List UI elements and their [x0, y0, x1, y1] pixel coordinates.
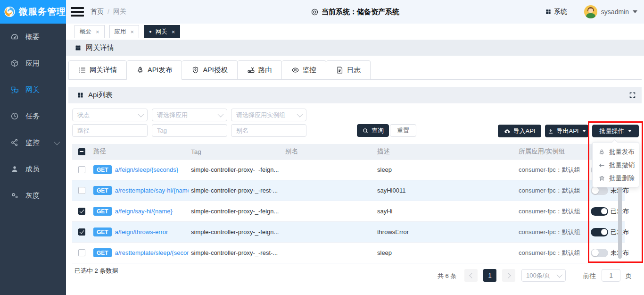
table-scrollbar[interactable]: [618, 184, 622, 259]
reset-button[interactable]: 重置: [390, 124, 416, 137]
topbar: 首页 / 网关 当前系统：储备资产系统 系统 sysadmin: [66, 0, 644, 24]
tag-cell: simple-controller-proxy-_-feign...: [189, 208, 283, 215]
table-row: GETa/feign/throws-error simple-controlle…: [72, 222, 625, 243]
tab-api-publish[interactable]: API发布: [127, 60, 182, 80]
menu-item-batch-publish[interactable]: 批量发布: [593, 145, 639, 159]
close-icon[interactable]: ×: [96, 28, 99, 35]
sidebar-item-monitor[interactable]: 监控: [0, 129, 66, 156]
method-badge: GET: [93, 207, 112, 216]
tab-label: API发布: [148, 66, 172, 75]
instance-group-select[interactable]: 请选择应用实例组: [231, 109, 306, 121]
tab-label: 日志: [347, 66, 361, 75]
tab-gateway-detail[interactable]: 网关详情: [68, 60, 127, 80]
tag-tabs: 概要 × 应用 × ● 网关 ×: [66, 24, 644, 40]
next-page-button[interactable]: [502, 269, 515, 282]
search-button[interactable]: 查询: [357, 124, 389, 137]
row-checkbox[interactable]: [78, 228, 85, 236]
sidebar-item-label: 网关: [25, 85, 40, 94]
avatar[interactable]: [584, 5, 597, 18]
reset-label: 重置: [397, 126, 409, 135]
close-icon[interactable]: ×: [172, 28, 175, 35]
publish-toggle[interactable]: [591, 207, 608, 216]
batch-actions-button[interactable]: 批量操作: [592, 125, 639, 137]
publish-toggle[interactable]: [591, 186, 608, 195]
sidebar-item-tasks[interactable]: 任务: [0, 103, 66, 129]
menu-item-label: 批量撤销: [609, 161, 635, 169]
desc-cell: sleep: [375, 166, 516, 173]
menu-item-batch-revoke[interactable]: 批量撤销: [593, 159, 639, 172]
goto-label: 前往: [583, 272, 596, 280]
tab-api-auth[interactable]: API授权: [182, 60, 237, 80]
chevron-down-icon: [297, 111, 303, 118]
alias-input[interactable]: [231, 124, 306, 137]
router-icon: [247, 66, 255, 74]
breadcrumb-home[interactable]: 首页: [91, 8, 104, 16]
app-select[interactable]: 请选择应用: [152, 109, 227, 121]
swirl-icon: [4, 4, 16, 19]
active-dot-icon: ●: [149, 29, 151, 34]
row-checkbox[interactable]: [78, 208, 85, 215]
sidebar: 微服务管理 概要 应用 网关 任务 监控 成员 灰度: [0, 0, 66, 295]
close-icon[interactable]: ×: [131, 28, 134, 35]
page-size-select[interactable]: 100条/页: [521, 269, 566, 282]
tag-input[interactable]: [152, 124, 227, 137]
caret-down-icon: [582, 130, 586, 132]
method-badge: GET: [93, 248, 112, 257]
api-list-header: Api列表: [68, 87, 642, 103]
api-path-link[interactable]: a/feign/sleep/{seconds}: [115, 166, 178, 173]
sidebar-item-gateway[interactable]: 网关: [0, 76, 66, 103]
gateway-icon: [10, 85, 19, 94]
system-menu-button[interactable]: 系统: [545, 8, 567, 16]
row-checkbox[interactable]: [78, 166, 85, 173]
sidebar-item-members[interactable]: 成员: [0, 156, 66, 182]
caret-down-icon[interactable]: [633, 10, 637, 13]
menu-item-batch-delete[interactable]: 批量删除: [593, 172, 639, 185]
status-select[interactable]: 状态: [72, 109, 148, 121]
path-input[interactable]: [72, 124, 148, 137]
username[interactable]: sysadmin: [601, 8, 629, 16]
sidebar-menu: 概要 应用 网关 任务 监控 成员 灰度: [0, 24, 66, 209]
cube-icon: [10, 59, 19, 67]
sidebar-item-apps[interactable]: 应用: [0, 50, 66, 76]
export-api-button[interactable]: 导出API: [545, 125, 588, 137]
list-icon: [78, 66, 86, 74]
desc-cell: sayHi: [375, 208, 516, 215]
row-checkbox[interactable]: [78, 249, 85, 256]
hamburger-icon[interactable]: [71, 7, 84, 17]
search-label: 查询: [372, 126, 384, 135]
table-row: GETa/resttemplate/sleep/{seconc simple-c…: [72, 243, 625, 263]
sidebar-item-label: 任务: [25, 112, 40, 121]
tag-tab-overview[interactable]: 概要 ×: [74, 25, 105, 38]
api-path-link[interactable]: a/resttemplate/say-hi/{name}: [115, 187, 189, 194]
select-all-checkbox[interactable]: [78, 148, 85, 155]
api-path-link[interactable]: a/resttemplate/sleep/{seconc: [115, 249, 189, 256]
prev-page-button[interactable]: [464, 269, 478, 282]
gears-icon: [10, 191, 19, 200]
api-path-link[interactable]: a/feign/say-hi/{name}: [115, 208, 173, 215]
tag-cell: simple-controller-proxy-_-feign...: [189, 228, 283, 236]
tag-cell: simple-controller-proxy-_-feign...: [189, 166, 283, 173]
topbar-right: 系统 sysadmin: [545, 5, 644, 18]
app-cell: consumer-fpc：默认组: [516, 249, 587, 257]
sidebar-item-overview[interactable]: 概要: [0, 24, 66, 50]
publish-toggle[interactable]: [591, 228, 608, 236]
app-root: 微服务管理 概要 应用 网关 任务 监控 成员 灰度 首页 / 网关 当前系统：…: [0, 0, 644, 295]
import-api-button[interactable]: 导入API: [498, 125, 541, 137]
tab-monitor[interactable]: 监控: [282, 60, 326, 80]
row-checkbox[interactable]: [78, 187, 85, 194]
api-list-title: Api列表: [88, 91, 113, 100]
tag-tab-gateway[interactable]: ● 网关 ×: [144, 25, 180, 38]
tab-log[interactable]: 日志: [326, 60, 371, 80]
publish-toggle[interactable]: [591, 249, 608, 257]
sidebar-item-gray[interactable]: 灰度: [0, 182, 66, 209]
fullscreen-icon[interactable]: [629, 92, 636, 99]
clock-icon: [10, 112, 19, 120]
grid-icon: [74, 44, 82, 51]
api-path-link[interactable]: a/feign/throws-error: [115, 228, 168, 236]
tag-tab-apps[interactable]: 应用 ×: [109, 25, 140, 38]
sidebar-item-label: 成员: [25, 165, 40, 174]
goto-page-input[interactable]: [602, 269, 620, 282]
tab-route[interactable]: 路由: [238, 60, 282, 80]
breadcrumb-separator: /: [107, 8, 109, 16]
page-number-button[interactable]: 1: [483, 269, 496, 282]
